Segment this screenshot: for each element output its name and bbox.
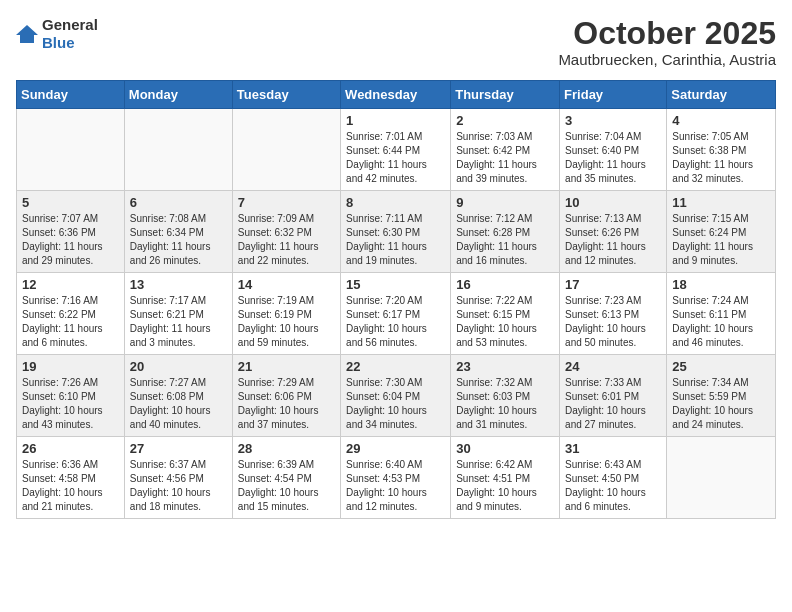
day-number: 1	[346, 113, 445, 128]
calendar-cell	[17, 109, 125, 191]
day-number: 8	[346, 195, 445, 210]
month-title: October 2025	[558, 16, 776, 51]
week-row-5: 26Sunrise: 6:36 AM Sunset: 4:58 PM Dayli…	[17, 437, 776, 519]
week-row-3: 12Sunrise: 7:16 AM Sunset: 6:22 PM Dayli…	[17, 273, 776, 355]
day-info: Sunrise: 7:07 AM Sunset: 6:36 PM Dayligh…	[22, 212, 119, 268]
week-row-1: 1Sunrise: 7:01 AM Sunset: 6:44 PM Daylig…	[17, 109, 776, 191]
day-info: Sunrise: 7:09 AM Sunset: 6:32 PM Dayligh…	[238, 212, 335, 268]
calendar-cell: 12Sunrise: 7:16 AM Sunset: 6:22 PM Dayli…	[17, 273, 125, 355]
day-number: 19	[22, 359, 119, 374]
week-row-2: 5Sunrise: 7:07 AM Sunset: 6:36 PM Daylig…	[17, 191, 776, 273]
calendar-cell: 23Sunrise: 7:32 AM Sunset: 6:03 PM Dayli…	[451, 355, 560, 437]
day-number: 21	[238, 359, 335, 374]
day-info: Sunrise: 7:19 AM Sunset: 6:19 PM Dayligh…	[238, 294, 335, 350]
week-row-4: 19Sunrise: 7:26 AM Sunset: 6:10 PM Dayli…	[17, 355, 776, 437]
day-info: Sunrise: 7:24 AM Sunset: 6:11 PM Dayligh…	[672, 294, 770, 350]
day-info: Sunrise: 7:15 AM Sunset: 6:24 PM Dayligh…	[672, 212, 770, 268]
day-number: 20	[130, 359, 227, 374]
day-info: Sunrise: 6:36 AM Sunset: 4:58 PM Dayligh…	[22, 458, 119, 514]
calendar-cell: 19Sunrise: 7:26 AM Sunset: 6:10 PM Dayli…	[17, 355, 125, 437]
day-info: Sunrise: 7:26 AM Sunset: 6:10 PM Dayligh…	[22, 376, 119, 432]
day-info: Sunrise: 7:03 AM Sunset: 6:42 PM Dayligh…	[456, 130, 554, 186]
calendar-cell: 18Sunrise: 7:24 AM Sunset: 6:11 PM Dayli…	[667, 273, 776, 355]
calendar-cell: 5Sunrise: 7:07 AM Sunset: 6:36 PM Daylig…	[17, 191, 125, 273]
day-number: 2	[456, 113, 554, 128]
calendar-cell: 25Sunrise: 7:34 AM Sunset: 5:59 PM Dayli…	[667, 355, 776, 437]
calendar-cell: 6Sunrise: 7:08 AM Sunset: 6:34 PM Daylig…	[124, 191, 232, 273]
day-info: Sunrise: 7:30 AM Sunset: 6:04 PM Dayligh…	[346, 376, 445, 432]
day-info: Sunrise: 7:22 AM Sunset: 6:15 PM Dayligh…	[456, 294, 554, 350]
day-info: Sunrise: 7:27 AM Sunset: 6:08 PM Dayligh…	[130, 376, 227, 432]
day-info: Sunrise: 7:20 AM Sunset: 6:17 PM Dayligh…	[346, 294, 445, 350]
day-info: Sunrise: 6:39 AM Sunset: 4:54 PM Dayligh…	[238, 458, 335, 514]
calendar-cell: 31Sunrise: 6:43 AM Sunset: 4:50 PM Dayli…	[560, 437, 667, 519]
day-number: 9	[456, 195, 554, 210]
weekday-header-sunday: Sunday	[17, 81, 125, 109]
calendar-cell: 7Sunrise: 7:09 AM Sunset: 6:32 PM Daylig…	[232, 191, 340, 273]
day-number: 6	[130, 195, 227, 210]
day-number: 23	[456, 359, 554, 374]
calendar-cell: 10Sunrise: 7:13 AM Sunset: 6:26 PM Dayli…	[560, 191, 667, 273]
day-number: 22	[346, 359, 445, 374]
day-info: Sunrise: 7:01 AM Sunset: 6:44 PM Dayligh…	[346, 130, 445, 186]
day-number: 29	[346, 441, 445, 456]
location-title: Mautbruecken, Carinthia, Austria	[558, 51, 776, 68]
calendar-cell: 28Sunrise: 6:39 AM Sunset: 4:54 PM Dayli…	[232, 437, 340, 519]
logo: General Blue	[16, 16, 98, 52]
day-number: 3	[565, 113, 661, 128]
calendar-cell	[232, 109, 340, 191]
svg-marker-0	[16, 25, 38, 43]
day-info: Sunrise: 7:08 AM Sunset: 6:34 PM Dayligh…	[130, 212, 227, 268]
calendar-cell: 11Sunrise: 7:15 AM Sunset: 6:24 PM Dayli…	[667, 191, 776, 273]
logo-general-text: General	[42, 16, 98, 33]
calendar-cell: 24Sunrise: 7:33 AM Sunset: 6:01 PM Dayli…	[560, 355, 667, 437]
calendar-cell: 29Sunrise: 6:40 AM Sunset: 4:53 PM Dayli…	[341, 437, 451, 519]
day-info: Sunrise: 7:33 AM Sunset: 6:01 PM Dayligh…	[565, 376, 661, 432]
day-info: Sunrise: 7:17 AM Sunset: 6:21 PM Dayligh…	[130, 294, 227, 350]
day-info: Sunrise: 7:34 AM Sunset: 5:59 PM Dayligh…	[672, 376, 770, 432]
day-number: 17	[565, 277, 661, 292]
weekday-header-thursday: Thursday	[451, 81, 560, 109]
calendar-cell: 9Sunrise: 7:12 AM Sunset: 6:28 PM Daylig…	[451, 191, 560, 273]
day-info: Sunrise: 7:13 AM Sunset: 6:26 PM Dayligh…	[565, 212, 661, 268]
calendar-cell	[667, 437, 776, 519]
calendar-cell: 8Sunrise: 7:11 AM Sunset: 6:30 PM Daylig…	[341, 191, 451, 273]
day-info: Sunrise: 7:11 AM Sunset: 6:30 PM Dayligh…	[346, 212, 445, 268]
day-info: Sunrise: 7:04 AM Sunset: 6:40 PM Dayligh…	[565, 130, 661, 186]
day-info: Sunrise: 7:32 AM Sunset: 6:03 PM Dayligh…	[456, 376, 554, 432]
day-info: Sunrise: 6:42 AM Sunset: 4:51 PM Dayligh…	[456, 458, 554, 514]
title-block: October 2025 Mautbruecken, Carinthia, Au…	[558, 16, 776, 68]
day-info: Sunrise: 7:12 AM Sunset: 6:28 PM Dayligh…	[456, 212, 554, 268]
day-number: 14	[238, 277, 335, 292]
day-info: Sunrise: 7:16 AM Sunset: 6:22 PM Dayligh…	[22, 294, 119, 350]
calendar-cell: 4Sunrise: 7:05 AM Sunset: 6:38 PM Daylig…	[667, 109, 776, 191]
calendar-cell: 14Sunrise: 7:19 AM Sunset: 6:19 PM Dayli…	[232, 273, 340, 355]
weekday-header-row: SundayMondayTuesdayWednesdayThursdayFrid…	[17, 81, 776, 109]
calendar-cell: 17Sunrise: 7:23 AM Sunset: 6:13 PM Dayli…	[560, 273, 667, 355]
calendar-cell: 1Sunrise: 7:01 AM Sunset: 6:44 PM Daylig…	[341, 109, 451, 191]
day-info: Sunrise: 7:05 AM Sunset: 6:38 PM Dayligh…	[672, 130, 770, 186]
weekday-header-wednesday: Wednesday	[341, 81, 451, 109]
day-info: Sunrise: 7:23 AM Sunset: 6:13 PM Dayligh…	[565, 294, 661, 350]
day-number: 16	[456, 277, 554, 292]
calendar-cell: 15Sunrise: 7:20 AM Sunset: 6:17 PM Dayli…	[341, 273, 451, 355]
calendar-cell: 30Sunrise: 6:42 AM Sunset: 4:51 PM Dayli…	[451, 437, 560, 519]
day-number: 18	[672, 277, 770, 292]
day-number: 7	[238, 195, 335, 210]
day-number: 24	[565, 359, 661, 374]
logo-icon	[16, 25, 38, 43]
calendar-cell: 2Sunrise: 7:03 AM Sunset: 6:42 PM Daylig…	[451, 109, 560, 191]
calendar-cell: 27Sunrise: 6:37 AM Sunset: 4:56 PM Dayli…	[124, 437, 232, 519]
day-info: Sunrise: 6:37 AM Sunset: 4:56 PM Dayligh…	[130, 458, 227, 514]
weekday-header-monday: Monday	[124, 81, 232, 109]
day-number: 4	[672, 113, 770, 128]
weekday-header-saturday: Saturday	[667, 81, 776, 109]
day-number: 30	[456, 441, 554, 456]
calendar-table: SundayMondayTuesdayWednesdayThursdayFrid…	[16, 80, 776, 519]
weekday-header-friday: Friday	[560, 81, 667, 109]
calendar-cell: 13Sunrise: 7:17 AM Sunset: 6:21 PM Dayli…	[124, 273, 232, 355]
calendar-cell: 3Sunrise: 7:04 AM Sunset: 6:40 PM Daylig…	[560, 109, 667, 191]
page-header: General Blue October 2025 Mautbruecken, …	[16, 16, 776, 68]
day-number: 10	[565, 195, 661, 210]
calendar-cell	[124, 109, 232, 191]
